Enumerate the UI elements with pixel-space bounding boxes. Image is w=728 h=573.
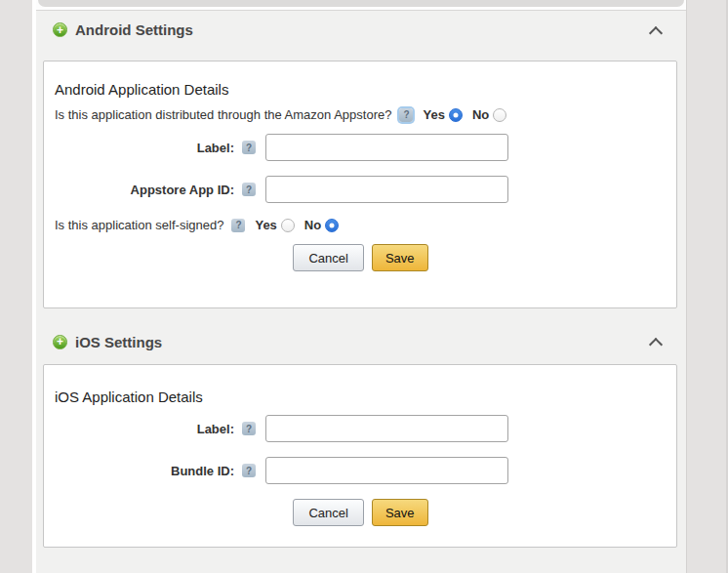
yes-label: Yes xyxy=(423,107,444,122)
save-button[interactable]: Save xyxy=(372,499,428,526)
right-gutter xyxy=(686,0,728,573)
appstore-yes-radio[interactable] xyxy=(449,108,463,122)
ios-details-card: iOS Application Details Label: ? Bundle … xyxy=(43,364,677,548)
ios-card-heading: iOS Application Details xyxy=(55,389,667,405)
appstore-app-id-input[interactable] xyxy=(265,176,508,203)
self-signed-question-row: Is this application self-signed? ? Yes N… xyxy=(55,218,667,232)
no-label: No xyxy=(304,218,321,232)
self-signed-no-radio[interactable] xyxy=(325,219,339,232)
help-icon[interactable]: ? xyxy=(231,219,245,232)
appstore-no-radio[interactable] xyxy=(493,108,506,122)
android-settings-header[interactable]: + Android Settings xyxy=(36,10,686,49)
ios-settings-title: iOS Settings xyxy=(75,334,162,350)
yes-label: Yes xyxy=(255,218,276,232)
cancel-button[interactable]: Cancel xyxy=(293,244,363,271)
save-button[interactable]: Save xyxy=(372,244,428,271)
appstore-app-id-label: Appstore App ID: xyxy=(55,176,234,197)
android-details-card: Android Application Details Is this appl… xyxy=(43,61,677,308)
android-settings-title: Android Settings xyxy=(75,21,193,38)
bundle-id-label: Bundle ID: xyxy=(55,457,234,478)
self-signed-yes-radio[interactable] xyxy=(281,219,295,232)
amazon-appstore-question: Is this application distributed through … xyxy=(55,107,391,122)
no-label: No xyxy=(472,107,489,122)
chevron-up-icon[interactable] xyxy=(645,331,667,352)
android-card-heading: Android Application Details xyxy=(55,81,667,98)
ios-button-row: Cancel Save xyxy=(55,499,667,526)
settings-panel: + Android Settings Android Application D… xyxy=(36,0,686,573)
amazon-appstore-question-row: Is this application distributed through … xyxy=(55,107,667,122)
bundle-id-row: Bundle ID: ? xyxy=(55,457,667,484)
help-icon[interactable]: ? xyxy=(399,108,413,122)
help-icon[interactable]: ? xyxy=(242,141,256,154)
label-field-row: Label: ? xyxy=(55,134,667,161)
add-circle-icon: + xyxy=(53,22,67,37)
ios-label-input[interactable] xyxy=(265,415,508,442)
self-signed-question: Is this application self-signed? xyxy=(55,218,223,232)
previous-section-edge xyxy=(36,0,686,10)
help-icon[interactable]: ? xyxy=(242,422,256,435)
android-button-row: Cancel Save xyxy=(55,244,667,271)
previous-section-bar xyxy=(38,0,684,7)
cancel-button[interactable]: Cancel xyxy=(293,499,363,526)
android-label-input[interactable] xyxy=(265,134,508,161)
ios-label-field-row: Label: ? xyxy=(55,415,667,442)
bundle-id-input[interactable] xyxy=(265,457,508,484)
add-circle-icon: + xyxy=(53,335,67,349)
appstore-app-id-row: Appstore App ID: ? xyxy=(55,176,667,203)
settings-page: + Android Settings Android Application D… xyxy=(0,0,728,573)
ios-settings-header[interactable]: + iOS Settings xyxy=(36,322,686,361)
label-field-label: Label: xyxy=(55,134,234,155)
help-icon[interactable]: ? xyxy=(242,464,256,477)
help-icon[interactable]: ? xyxy=(242,183,256,196)
ios-label-field-label: Label: xyxy=(55,415,234,436)
chevron-up-icon[interactable] xyxy=(645,20,667,41)
